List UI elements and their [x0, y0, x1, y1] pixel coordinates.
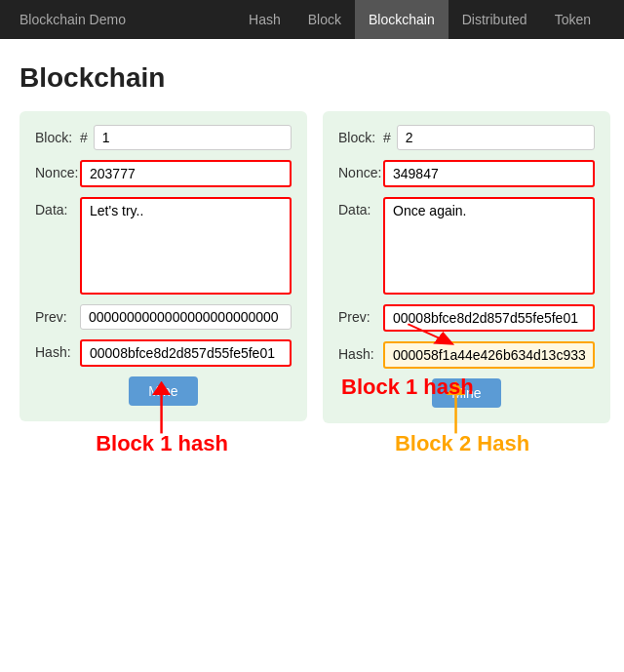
block-card-2: Block: # Nonce: Data: Once again. — [323, 111, 610, 423]
nav-item-block[interactable]: Block — [294, 0, 355, 39]
page-content: Blockchain — [0, 39, 624, 476]
block1-hash-symbol: # — [80, 130, 88, 145]
block2-nonce-label: Nonce: — [338, 160, 383, 180]
block1-nonce-input[interactable] — [80, 160, 292, 187]
blocks-row: Block: # Nonce: Data: Let's try.. — [20, 111, 604, 423]
block1-nonce-label: Nonce: — [35, 160, 80, 180]
block1-num-input[interactable] — [94, 125, 292, 150]
block1-data-label: Data: — [35, 197, 80, 217]
block2-data-input[interactable]: Once again. — [383, 197, 595, 295]
block2-prev-input[interactable] — [383, 304, 595, 332]
block1-prev-label: Prev: — [35, 304, 80, 325]
block1-hash-row: Hash: — [35, 339, 292, 367]
block1-data-row: Data: Let's try.. — [35, 197, 292, 295]
block2-hash-row: Hash: — [338, 341, 595, 369]
navbar: Blockchain Demo Hash Block Blockchain Di… — [0, 0, 624, 39]
block1-hash-input[interactable] — [80, 339, 292, 367]
nav-brand: Blockchain Demo — [20, 12, 126, 27]
nav-item-hash[interactable]: Hash — [235, 0, 294, 39]
block2-bottom-annotation: Block 2 Hash — [320, 427, 604, 456]
blocks-wrapper: Block: # Nonce: Data: Let's try.. — [20, 111, 604, 456]
block1-block-label: Block: — [35, 125, 80, 145]
block2-prev-row: Prev: — [338, 304, 595, 332]
block2-hash-input[interactable] — [383, 341, 595, 369]
page-title: Blockchain — [20, 62, 604, 94]
block2-num-row: Block: # — [338, 125, 595, 150]
block1-prev-row: Prev: — [35, 304, 292, 330]
block2-mine-button[interactable]: Mine — [432, 378, 500, 408]
block1-hash-label: Hash: — [35, 339, 80, 360]
block2-data-label: Data: — [338, 197, 383, 217]
block2-hash-symbol: # — [383, 130, 391, 145]
block1-nonce-row: Nonce: — [35, 160, 292, 187]
block1-data-input[interactable]: Let's try.. — [80, 197, 292, 295]
block1-mine-button[interactable]: Mine — [129, 376, 197, 406]
block2-block-label: Block: — [338, 125, 383, 145]
block1-num-row: Block: # — [35, 125, 292, 150]
block2-prev-label: Prev: — [338, 304, 383, 325]
block2-nonce-input[interactable] — [383, 160, 595, 187]
nav-item-blockchain[interactable]: Blockchain — [355, 0, 448, 39]
block2-nonce-row: Nonce: — [338, 160, 595, 187]
block2-data-row: Data: Once again. — [338, 197, 595, 295]
block1-bottom-annotation: Block 1 hash — [20, 427, 304, 456]
block2-hash-label: Hash: — [338, 341, 383, 362]
annotations-row: Block 1 hash Block 2 Hash — [20, 427, 604, 456]
block1-prev-input[interactable] — [80, 304, 292, 330]
nav-item-token[interactable]: Token — [541, 0, 604, 39]
block-card-1: Block: # Nonce: Data: Let's try.. — [20, 111, 307, 421]
block2-num-input[interactable] — [397, 125, 595, 150]
nav-item-distributed[interactable]: Distributed — [448, 0, 541, 39]
